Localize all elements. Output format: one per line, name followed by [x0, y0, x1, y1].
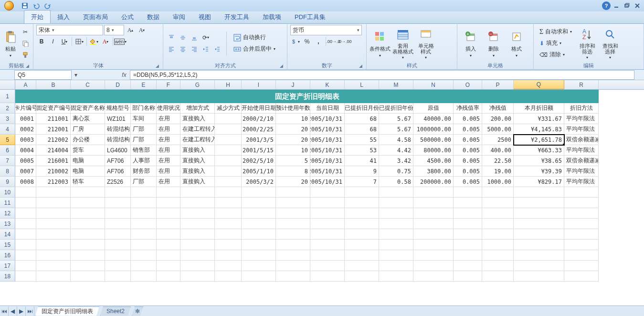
- cell[interactable]: 使用状况: [157, 103, 180, 114]
- cell[interactable]: [379, 219, 413, 229]
- cell[interactable]: [379, 261, 413, 271]
- tab-审阅[interactable]: 审阅: [166, 11, 192, 23]
- cell[interactable]: [379, 198, 413, 208]
- cell[interactable]: 2002/5/10: [242, 156, 276, 166]
- cell[interactable]: [514, 271, 564, 282]
- cell[interactable]: 0.75: [379, 166, 413, 177]
- cell[interactable]: [180, 187, 215, 198]
- cell[interactable]: [514, 240, 564, 250]
- cell[interactable]: [242, 229, 276, 240]
- cell[interactable]: ¥39.39: [514, 166, 564, 177]
- cell[interactable]: 10: [276, 114, 310, 124]
- cell[interactable]: [157, 198, 180, 208]
- cell[interactable]: 5: [276, 156, 310, 166]
- cell[interactable]: [310, 208, 345, 219]
- cell[interactable]: [242, 250, 276, 261]
- cell[interactable]: 财务部: [131, 166, 157, 177]
- cell[interactable]: [36, 187, 71, 198]
- cell[interactable]: 200.00: [482, 114, 514, 124]
- cell[interactable]: 20: [276, 177, 310, 187]
- accounting-format-icon[interactable]: $▾: [290, 36, 301, 47]
- row-header[interactable]: 6: [0, 145, 15, 156]
- cell[interactable]: 2005/10/31: [310, 145, 345, 156]
- cell[interactable]: 80000.00: [413, 145, 454, 156]
- underline-icon[interactable]: U▾: [59, 36, 70, 47]
- cell[interactable]: [131, 229, 157, 240]
- cell[interactable]: 2000/2/25: [242, 124, 276, 135]
- cell[interactable]: [131, 261, 157, 271]
- col-header-A[interactable]: A: [15, 80, 36, 89]
- cell[interactable]: [215, 177, 242, 187]
- cell[interactable]: 双倍余额递减法: [564, 156, 599, 166]
- cell[interactable]: [180, 219, 215, 229]
- cell[interactable]: 双倍余额递减法: [564, 135, 599, 145]
- cell[interactable]: [413, 250, 454, 261]
- new-sheet-icon[interactable]: ✻: [132, 306, 143, 316]
- tab-开始[interactable]: 开始: [24, 10, 51, 23]
- col-header-L[interactable]: L: [345, 80, 379, 89]
- fill-color-icon[interactable]: ▾: [89, 36, 99, 47]
- cell[interactable]: [131, 250, 157, 261]
- cell[interactable]: [157, 187, 180, 198]
- col-header-D[interactable]: D: [105, 80, 131, 89]
- cell[interactable]: 500000.00: [413, 135, 454, 145]
- col-header-F[interactable]: F: [157, 80, 180, 89]
- cell[interactable]: [276, 229, 310, 240]
- col-header-N[interactable]: N: [413, 80, 454, 89]
- cell[interactable]: [242, 208, 276, 219]
- cell[interactable]: 2000/2/10: [242, 114, 276, 124]
- cell[interactable]: [379, 250, 413, 261]
- cell[interactable]: [180, 198, 215, 208]
- cell[interactable]: [215, 124, 242, 135]
- cell-styles-button[interactable]: 单元格 样式▾: [415, 26, 436, 61]
- cell[interactable]: [71, 198, 105, 208]
- fx-icon[interactable]: fx: [118, 70, 130, 80]
- cell[interactable]: 净残值率: [454, 103, 482, 114]
- cell[interactable]: 0008: [15, 177, 36, 187]
- cell[interactable]: ¥663.33: [514, 145, 564, 156]
- cell[interactable]: 20: [276, 135, 310, 145]
- increase-decimal-icon[interactable]: .00→.0: [328, 36, 338, 47]
- find-select-button[interactable]: 查找和 选择▾: [600, 26, 621, 61]
- close-icon[interactable]: [633, 1, 642, 11]
- cell[interactable]: 直接购入: [180, 156, 215, 166]
- cell[interactable]: ¥4,145.83: [514, 124, 564, 135]
- cell[interactable]: [180, 229, 215, 240]
- cell[interactable]: 在建工程转入: [180, 135, 215, 145]
- cell[interactable]: 212001: [36, 124, 71, 135]
- row-header[interactable]: 3: [0, 114, 15, 124]
- cell[interactable]: 2005/10/31: [310, 124, 345, 135]
- cell[interactable]: [276, 261, 310, 271]
- cell[interactable]: [242, 198, 276, 208]
- col-header-R[interactable]: R: [564, 80, 599, 89]
- col-header-B[interactable]: B: [36, 80, 71, 89]
- cell[interactable]: [15, 219, 36, 229]
- decrease-decimal-icon[interactable]: .0→.00: [339, 36, 350, 47]
- cell[interactable]: Z2526: [105, 177, 131, 187]
- cell[interactable]: 10: [276, 145, 310, 156]
- cell[interactable]: 折旧方法: [564, 103, 599, 114]
- cell[interactable]: [310, 187, 345, 198]
- cell[interactable]: 3.42: [379, 156, 413, 166]
- cell[interactable]: [242, 219, 276, 229]
- cell[interactable]: [157, 250, 180, 261]
- cell[interactable]: [276, 198, 310, 208]
- cell[interactable]: 53: [345, 145, 379, 156]
- cell[interactable]: [379, 229, 413, 240]
- orientation-icon[interactable]: ⟳▾: [201, 32, 211, 43]
- cell[interactable]: [482, 187, 514, 198]
- cell[interactable]: [564, 219, 599, 229]
- cell[interactable]: 2005/10/31: [310, 156, 345, 166]
- cell[interactable]: [157, 271, 180, 282]
- cell[interactable]: [71, 219, 105, 229]
- cell[interactable]: 本月折旧额: [514, 103, 564, 114]
- col-header-J[interactable]: J: [276, 80, 310, 89]
- cell[interactable]: [413, 261, 454, 271]
- formula-input[interactable]: =DDB(N5,P5,J5*12,L5,2): [130, 70, 634, 80]
- cell[interactable]: 开始使用日期: [242, 103, 276, 114]
- cell[interactable]: [454, 219, 482, 229]
- name-box-dropdown[interactable]: ▾: [72, 72, 80, 78]
- cell[interactable]: [454, 261, 482, 271]
- cell[interactable]: ¥38.65: [514, 156, 564, 166]
- cell[interactable]: 9: [345, 166, 379, 177]
